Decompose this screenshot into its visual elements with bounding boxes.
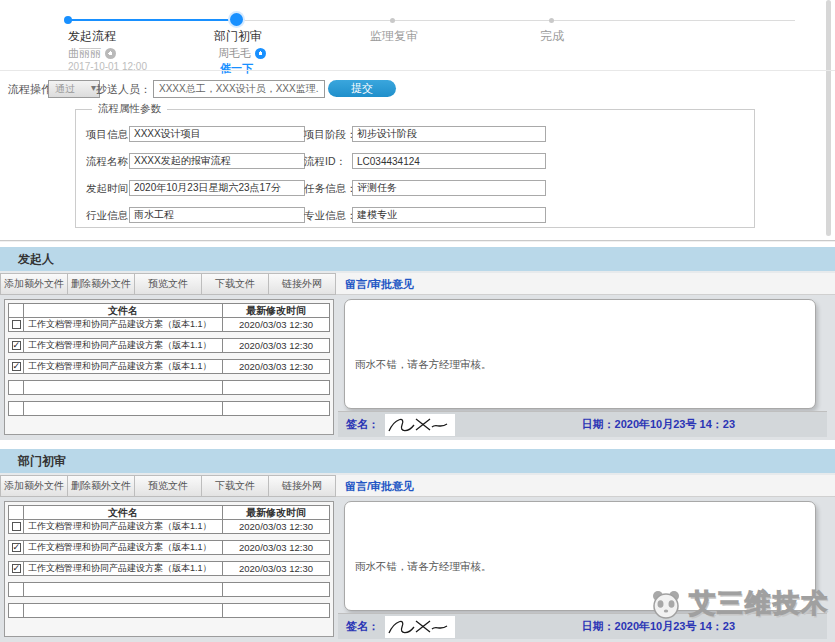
signature-label: 签名：: [346, 619, 379, 634]
signature-row: 签名： 日期：2020年10月23号 14：23: [338, 613, 827, 639]
file-name: [24, 583, 223, 596]
signature-row: 签名： 日期：2020年10月23号 14：23: [338, 411, 827, 437]
preview-file-button[interactable]: 预览文件: [135, 475, 202, 497]
row-checkbox[interactable]: ✓: [12, 543, 21, 552]
comment-text: 雨水不错，请各方经理审核。: [355, 560, 492, 574]
file-table: 文件名 最新修改时间 工作文档管理和协同产品建设方案（版本1.1） 2020/0…: [4, 501, 334, 637]
dingtalk-icon-blue[interactable]: [255, 48, 266, 59]
signature-image: [385, 616, 455, 638]
modified-time-header: 最新修改时间: [223, 506, 329, 519]
dingtalk-icon-gray: [105, 48, 116, 59]
date-value: 2020年10月23号 14：23: [615, 418, 735, 430]
comment-section-label: 留言/审批意见: [345, 277, 414, 292]
cc-label: 抄送人员：: [96, 82, 151, 97]
process-id-input[interactable]: [352, 153, 546, 169]
signature-image: [385, 414, 455, 436]
file-time: [223, 381, 329, 394]
table-row[interactable]: 工作文档管理和协同产品建设方案（版本1.1） 2020/03/03 12:30: [8, 519, 330, 534]
divider: [0, 70, 835, 71]
row-checkbox[interactable]: ✓: [12, 341, 21, 350]
row-checkbox[interactable]: [12, 320, 21, 329]
date-row: 日期：2020年10月23号 14：23: [582, 417, 735, 432]
table-row[interactable]: ✓ 工作文档管理和协同产品建设方案（版本1.1） 2020/03/03 12:3…: [8, 540, 330, 555]
step1-person-name: 曲丽丽: [68, 46, 101, 61]
external-link-button[interactable]: 链接外网: [269, 475, 336, 497]
approval-workflow-page: 发起流程 部门初审 监理复审 完成 曲丽丽 2017-10-01 12:00 周…: [0, 0, 835, 642]
specialty-info-input[interactable]: [352, 207, 546, 223]
section-header: 部门初审: [0, 449, 835, 473]
row-checkbox[interactable]: ✓: [12, 362, 21, 371]
cc-input[interactable]: [153, 80, 325, 98]
comment-box[interactable]: 雨水不错，请各方经理审核。: [344, 501, 816, 611]
checkbox-column-header: [9, 304, 24, 317]
download-file-button[interactable]: 下载文件: [202, 273, 269, 295]
file-name: 工作文档管理和协同产品建设方案（版本1.1）: [24, 541, 223, 554]
specialty-info-label: 专业信息：: [304, 209, 357, 223]
file-toolbar: 添加额外文件 删除额外文件 预览文件 下载文件 链接外网 留言/审批意见: [0, 273, 835, 295]
table-row-empty[interactable]: [8, 401, 330, 416]
workflow-steps: 发起流程 部门初审 监理复审 完成 曲丽丽 2017-10-01 12:00 周…: [0, 6, 835, 70]
file-time: 2020/03/03 12:30: [223, 541, 329, 554]
file-time: 2020/03/03 12:30: [223, 318, 329, 331]
file-time: 2020/03/03 12:30: [223, 520, 329, 533]
project-info-input[interactable]: [129, 126, 305, 142]
delete-extra-file-button[interactable]: 删除额外文件: [68, 273, 135, 295]
table-row[interactable]: ✓ 工作文档管理和协同产品建设方案（版本1.1） 2020/03/03 12:3…: [8, 338, 330, 353]
download-file-button[interactable]: 下载文件: [202, 475, 269, 497]
operation-bar: 流程操作 通过 抄送人员： 提交: [0, 78, 835, 102]
checkbox-column-header: [9, 506, 24, 519]
urge-link[interactable]: 催一下: [220, 61, 253, 76]
file-name: 工作文档管理和协同产品建设方案（版本1.1）: [24, 360, 223, 373]
add-extra-file-button[interactable]: 添加额外文件: [0, 475, 68, 497]
table-row-empty[interactable]: [8, 582, 330, 597]
operation-label: 流程操作: [8, 82, 52, 97]
row-checkbox[interactable]: ✓: [12, 564, 21, 573]
step-dot-3: [390, 18, 395, 23]
scrollbar-thumb[interactable]: [826, 0, 831, 236]
date-value: 2020年10月23号 14：23: [615, 620, 735, 632]
file-name: 工作文档管理和协同产品建设方案（版本1.1）: [24, 318, 223, 331]
start-time-input[interactable]: [129, 180, 305, 196]
file-toolbar: 添加额外文件 删除额外文件 预览文件 下载文件 链接外网 留言/审批意见: [0, 475, 835, 497]
file-table-header: 文件名 最新修改时间: [8, 505, 330, 520]
step1-person: 曲丽丽: [68, 46, 116, 61]
step-title-supervision-review: 监理复审: [370, 28, 418, 45]
submit-button[interactable]: 提交: [328, 80, 396, 97]
step-title-done: 完成: [540, 28, 564, 45]
step-title-dept-review: 部门初审: [214, 28, 262, 45]
task-info-input[interactable]: [352, 180, 546, 196]
delete-extra-file-button[interactable]: 删除额外文件: [68, 475, 135, 497]
modified-time-header: 最新修改时间: [223, 304, 329, 317]
project-stage-input[interactable]: [352, 126, 546, 142]
section-dept-review: 部门初审 添加额外文件 删除额外文件 预览文件 下载文件 链接外网 留言/审批意…: [0, 449, 835, 642]
fieldset-legend: 流程属性参数: [92, 102, 167, 116]
progress-line-todo: [237, 20, 795, 21]
preview-file-button[interactable]: 预览文件: [135, 273, 202, 295]
table-row[interactable]: 工作文档管理和协同产品建设方案（版本1.1） 2020/03/03 12:30: [8, 317, 330, 332]
operation-select[interactable]: 通过: [48, 80, 100, 98]
section-header: 发起人: [0, 247, 835, 271]
file-time: 2020/03/03 12:30: [223, 339, 329, 352]
table-row-empty[interactable]: [8, 603, 330, 618]
filename-header: 文件名: [24, 506, 223, 519]
step2-person: 周毛毛: [218, 46, 266, 61]
progress-line-done: [68, 19, 237, 21]
comment-box[interactable]: 雨水不错，请各方经理审核。: [344, 299, 816, 409]
process-name-input[interactable]: [129, 153, 305, 169]
external-link-button[interactable]: 链接外网: [269, 273, 336, 295]
add-extra-file-button[interactable]: 添加额外文件: [0, 273, 68, 295]
file-time: [223, 583, 329, 596]
industry-info-input[interactable]: [129, 207, 305, 223]
file-name: 工作文档管理和协同产品建设方案（版本1.1）: [24, 339, 223, 352]
file-time: 2020/03/03 12:30: [223, 562, 329, 575]
process-attributes-fieldset: 流程属性参数 项目信息： 项目阶段： 流程名称： 流程ID： 发起时间： 任务信…: [75, 102, 755, 228]
section-title: 发起人: [18, 251, 54, 268]
row-checkbox[interactable]: [12, 522, 21, 531]
table-row[interactable]: ✓ 工作文档管理和协同产品建设方案（版本1.1） 2020/03/03 12:3…: [8, 561, 330, 576]
step-dot-1: [64, 16, 72, 24]
table-row[interactable]: ✓ 工作文档管理和协同产品建设方案（版本1.1） 2020/03/03 12:3…: [8, 359, 330, 374]
operation-select-value: 通过: [55, 82, 75, 96]
step2-person-name: 周毛毛: [218, 46, 251, 61]
step-dot-4: [549, 18, 554, 23]
table-row-empty[interactable]: [8, 380, 330, 395]
